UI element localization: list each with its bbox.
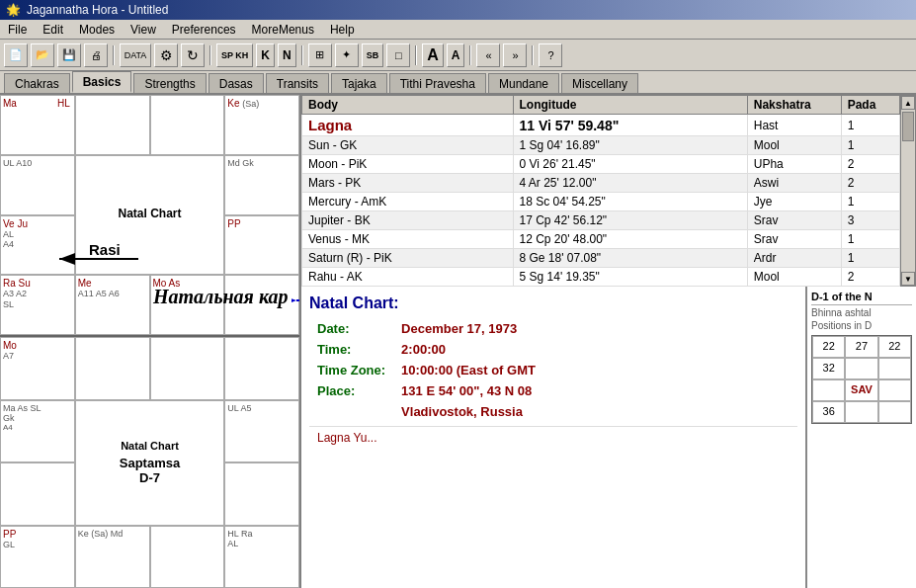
tab-tajaka[interactable]: Tajaka — [331, 73, 387, 93]
toolbar: 📄 📂 💾 🖨 DATA ⚙ ↻ SP KH K N ⊞ ✦ SB □ A A … — [0, 40, 916, 71]
planet-nak-6: Srav — [747, 230, 841, 249]
toolbar-save[interactable]: 💾 — [57, 43, 81, 67]
toolbar-print[interactable]: 🖨 — [84, 43, 108, 67]
chart-top: Ma HL Ke (Sa) UL A10 Natal Chart — [0, 95, 299, 337]
tab-tithi[interactable]: Tithi Pravesha — [389, 73, 486, 93]
menu-modes[interactable]: Modes — [75, 22, 119, 38]
planet-nak-3: Aswi — [747, 174, 841, 193]
chart-center-label: Natal Chart — [118, 207, 181, 220]
tab-transits[interactable]: Transits — [266, 73, 329, 93]
toolbar-sb[interactable]: SB — [362, 43, 384, 67]
bc-1-1: Mo A7 — [0, 337, 75, 400]
toolbar-forward[interactable]: » — [503, 43, 527, 67]
a3-a2: A3 A2 — [3, 289, 72, 298]
city-value: Vladivostok, Russia — [393, 401, 543, 422]
planet-long-2: 0 Vi 26' 21.45" — [513, 155, 747, 174]
grid-cell-3-1 — [845, 401, 877, 423]
natal-place-row: Place: 131 E 54' 00", 43 N 08 — [309, 380, 543, 401]
menu-view[interactable]: View — [126, 22, 160, 38]
menu-help[interactable]: Help — [326, 22, 359, 38]
planet-row-5: Jupiter - BK17 Cp 42' 56.12"Srav3 — [302, 211, 900, 230]
planet-nak-4: Jye — [747, 193, 841, 211]
bc-1-3 — [150, 337, 225, 400]
title-bar-text: Jagannatha Hora - Untitled — [27, 3, 168, 17]
toolbar-open[interactable]: 📂 — [31, 43, 54, 67]
place-value: 131 E 54' 00", 43 N 08 — [393, 380, 543, 401]
menu-bar: File Edit Modes View Preferences MoreMen… — [0, 20, 916, 40]
tz-label: Time Zone: — [309, 360, 393, 380]
date-value: December 17, 1973 — [393, 318, 543, 339]
planet-row-3: Mars - PK4 Ar 25' 12.00"Aswi2 — [302, 174, 900, 193]
bc-1-2 — [75, 337, 150, 400]
grid-cell-3-0: 36 — [812, 401, 845, 423]
planet-me: Me — [78, 278, 147, 289]
toolbar-box[interactable]: □ — [386, 43, 410, 67]
toolbar-n[interactable]: N — [278, 43, 296, 67]
city-label-empty — [309, 401, 393, 422]
grid-cell-2-0 — [812, 379, 845, 401]
planet-row-7: Saturn (R) - PiK8 Ge 18' 07.08"Ardr1 — [302, 249, 900, 268]
planet-nak-2: UPha — [747, 155, 841, 174]
tab-bar: Chakras Basics Strengths Dasas Transits … — [0, 71, 916, 95]
grid-cell-2-2 — [878, 379, 911, 401]
tab-strengths[interactable]: Strengths — [133, 73, 206, 93]
bc-4-2: Ke (Sa) Md — [75, 526, 150, 589]
bc-saptamsa: Saptamsa — [120, 456, 180, 470]
natal-info-table: Date: December 17, 1973 Time: 2:00:00 Ti… — [309, 318, 543, 422]
toolbar-grid[interactable]: ⊞ — [308, 43, 332, 67]
menu-moremenus[interactable]: MoreMenus — [248, 22, 318, 38]
planet-row-4: Mercury - AmK18 Sc 04' 54.25"Jye1 — [302, 193, 900, 211]
tab-chakras[interactable]: Chakras — [4, 73, 70, 93]
toolbar-new[interactable]: 📄 — [4, 43, 28, 67]
main-content: Ma HL Ke (Sa) UL A10 Natal Chart — [0, 95, 916, 588]
planet-row-2: Moon - PiK0 Vi 26' 21.45"UPha2 — [302, 155, 900, 174]
app-icon: 🌟 — [6, 3, 21, 17]
table-scrollbar[interactable]: ▲ ▼ — [900, 95, 916, 287]
toolbar-help[interactable]: ? — [539, 43, 562, 67]
menu-edit[interactable]: Edit — [39, 22, 67, 38]
toolbar-star[interactable]: ✦ — [335, 43, 359, 67]
planet-long-6: 12 Cp 20' 48.00" — [513, 230, 747, 249]
planet-al: AL — [3, 229, 72, 239]
table-scroll-wrapper: Body Longitude Nakshatra Pada Lagna11 Vi… — [301, 95, 916, 287]
time-value: 2:00:00 — [393, 339, 543, 360]
toolbar-refresh[interactable]: ↻ — [181, 43, 205, 67]
cell-2-1: UL A10 — [0, 155, 75, 215]
cell-1-2 — [75, 95, 150, 155]
toolbar-sep3 — [301, 45, 303, 65]
scroll-thumb[interactable] — [902, 112, 914, 141]
toolbar-calc[interactable]: ⚙ — [154, 43, 178, 67]
toolbar-k[interactable]: K — [256, 43, 275, 67]
scroll-down[interactable]: ▼ — [901, 272, 915, 286]
scroll-up[interactable]: ▲ — [901, 96, 915, 110]
bc-al-b: AL — [227, 539, 296, 548]
tab-dasas[interactable]: Dasas — [208, 73, 264, 93]
toolbar-spkh[interactable]: SP KH — [216, 43, 253, 67]
tab-basics[interactable]: Basics — [72, 71, 132, 93]
tab-mundane[interactable]: Mundane — [488, 73, 559, 93]
planet-ve-ju: Ve Ju — [3, 218, 72, 229]
rasi-arrow-svg — [54, 249, 143, 269]
toolbar-data[interactable]: DATA — [120, 43, 151, 67]
planet-ke: Ke — [227, 98, 239, 109]
toolbar-back[interactable]: « — [476, 43, 500, 67]
planet-nak-8: Mool — [747, 268, 841, 287]
planet-pada-7: 1 — [841, 249, 899, 268]
far-right-sub2: Positions in D — [811, 320, 912, 331]
natal-city-row: Vladivostok, Russia — [309, 401, 543, 422]
cell-1-4: Ke (Sa) — [224, 95, 299, 155]
bc-gk: Gk — [3, 413, 72, 423]
table-container[interactable]: Body Longitude Nakshatra Pada Lagna11 Vi… — [301, 95, 900, 287]
menu-preferences[interactable]: Preferences — [168, 22, 240, 38]
toolbar-small-a[interactable]: A — [447, 43, 465, 67]
bc-center: Natal Chart Saptamsa D-7 — [75, 400, 225, 526]
planet-long-0: 11 Vi 57' 59.48" — [513, 115, 747, 136]
tab-miscellany[interactable]: Miscellany — [561, 73, 638, 93]
place-label: Place: — [309, 380, 393, 401]
toolbar-big-a[interactable]: A — [422, 43, 444, 67]
planet-hl: HL — [57, 98, 70, 109]
planet-pada-8: 2 — [841, 268, 899, 287]
toolbar-sep6 — [532, 45, 534, 65]
sl-label: SL — [3, 299, 14, 309]
menu-file[interactable]: File — [4, 22, 31, 38]
